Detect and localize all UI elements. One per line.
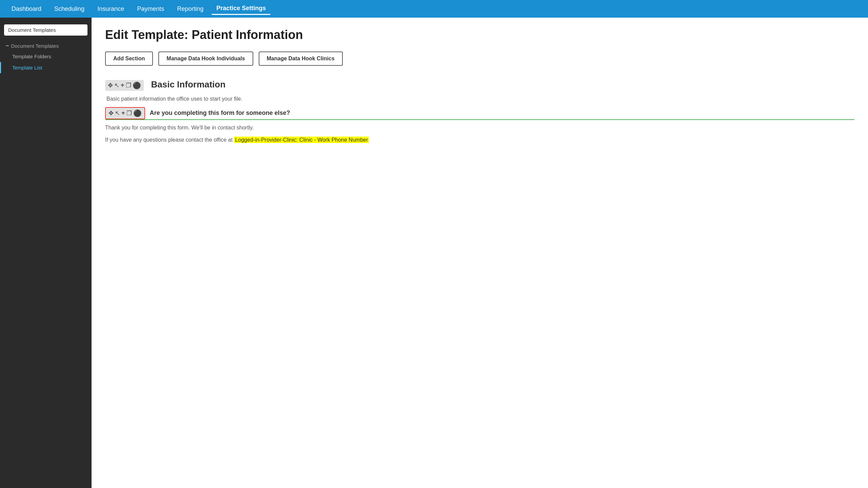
manage-clinics-button[interactable]: Manage Data Hook Clinics [259, 52, 343, 66]
sidebar: Document Templates − Document Templates … [0, 18, 92, 488]
collapse-icon[interactable]: − [5, 42, 9, 49]
q-remove-icon[interactable]: ⚫ [133, 109, 142, 117]
contact-line: If you have any questions please contact… [105, 137, 854, 143]
copy-icon[interactable]: ❐ [126, 82, 131, 89]
nav-insurance[interactable]: Insurance [93, 3, 129, 15]
question-toolbar: ✥ ↖ + ❐ ⚫ [105, 107, 145, 119]
page-title: Edit Template: Patient Information [105, 28, 854, 42]
section-title-row: ✥ ↖ + ❐ ⚫ Basic Information [105, 79, 854, 93]
add-icon[interactable]: + [121, 82, 124, 89]
thank-you-text: Thank you for completing this form. We'l… [105, 125, 854, 131]
nav-scheduling[interactable]: Scheduling [50, 3, 89, 15]
add-section-button[interactable]: Add Section [105, 52, 153, 66]
cursor-icon[interactable]: ↖ [114, 82, 119, 89]
q-move-icon[interactable]: ✥ [108, 109, 114, 117]
section-toolbar: ✥ ↖ + ❐ ⚫ [105, 80, 144, 91]
nav-dashboard[interactable]: Dashboard [7, 3, 46, 15]
section-container: ✥ ↖ + ❐ ⚫ Basic Information Basic patien… [105, 79, 854, 143]
data-hook-highlight: Logged-in-Provider-Clinic: Clinic - Work… [234, 137, 369, 143]
sidebar-item-template-folders[interactable]: Template Folders [0, 51, 92, 62]
main-content: Edit Template: Patient Information Add S… [92, 18, 868, 488]
question-text: Are you completing this form for someone… [150, 107, 854, 119]
move-icon[interactable]: ✥ [108, 82, 113, 89]
q-cursor-icon[interactable]: ↖ [115, 109, 120, 117]
q-add-icon[interactable]: + [121, 109, 125, 117]
contact-prefix: If you have any questions please contact… [105, 137, 233, 143]
nav-payments[interactable]: Payments [132, 3, 169, 15]
sidebar-section: − Document Templates [0, 39, 92, 51]
nav-practice-settings[interactable]: Practice Settings [212, 3, 271, 15]
sidebar-search-label[interactable]: Document Templates [4, 24, 87, 36]
section-title: Basic Information [151, 79, 226, 90]
nav-reporting[interactable]: Reporting [172, 3, 208, 15]
section-description: Basic patient information the office use… [106, 96, 854, 102]
sidebar-section-label: Document Templates [11, 43, 59, 49]
manage-individuals-button[interactable]: Manage Data Hook Individuals [158, 52, 253, 66]
action-buttons: Add Section Manage Data Hook Individuals… [105, 52, 854, 66]
sidebar-item-template-list[interactable]: Template List [0, 62, 92, 73]
question-row: ✥ ↖ + ❐ ⚫ Are you completing this form f… [105, 107, 854, 120]
top-nav: Dashboard Scheduling Insurance Payments … [0, 0, 868, 18]
q-copy-icon[interactable]: ❐ [126, 109, 132, 117]
layout: Document Templates − Document Templates … [0, 18, 868, 488]
remove-icon[interactable]: ⚫ [133, 81, 141, 89]
